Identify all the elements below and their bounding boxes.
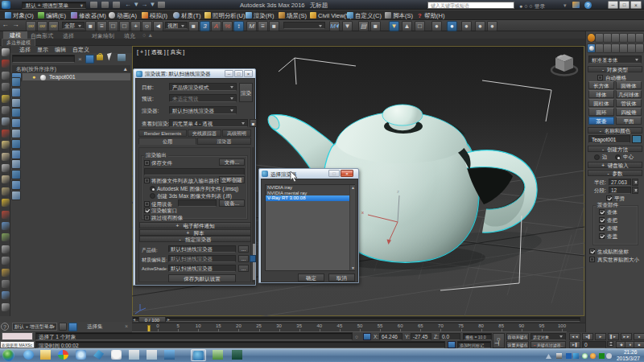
svg-text:x: x (361, 210, 364, 215)
svg-text:z: z (397, 189, 399, 194)
